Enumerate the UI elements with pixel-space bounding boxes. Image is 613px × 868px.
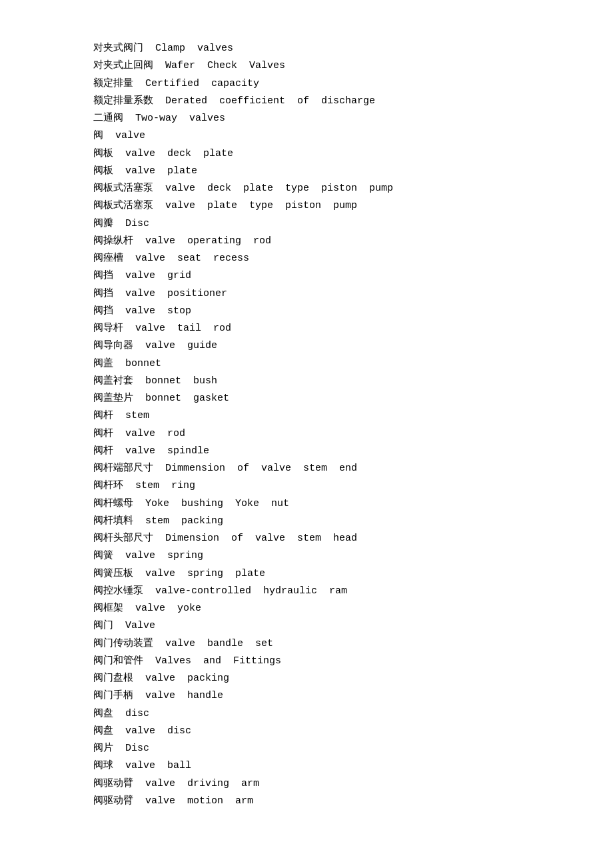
- list-item: 额定排量 Certified capacity: [93, 75, 520, 93]
- list-item: 阀 valve: [93, 127, 520, 145]
- list-item: 阀门盘根 valve packing: [93, 670, 520, 687]
- content-area: 对夹式阀门 Clamp valves对夹式止回阀 Wafer Check Val…: [93, 40, 520, 810]
- list-item: 阀盖 bonnet: [93, 355, 520, 373]
- list-item: 阀盘 valve disc: [93, 723, 520, 740]
- list-item: 阀板 valve plate: [93, 163, 520, 180]
- list-item: 阀操纵杆 valve operating rod: [93, 233, 520, 250]
- list-item: 阀杆螺母 Yoke bushing Yoke nut: [93, 495, 520, 513]
- list-item: 阀驱动臂 valve driving arm: [93, 775, 520, 793]
- list-item: 阀板式活塞泵 valve deck plate type piston pump: [93, 180, 520, 197]
- list-item: 阀杆端部尺寸 Dimmension of valve stem end: [93, 460, 520, 477]
- list-item: 阀盘 disc: [93, 705, 520, 723]
- list-item: 阀杆填料 stem packing: [93, 513, 520, 530]
- list-item: 阀杆 stem: [93, 407, 520, 425]
- list-item: 阀控水锤泵 valve-controlled hydraulic ram: [93, 583, 520, 600]
- list-item: 阀驱动臂 valve motion arm: [93, 793, 520, 810]
- list-item: 对夹式阀门 Clamp valves: [93, 40, 520, 57]
- list-item: 阀簧压板 valve spring plate: [93, 565, 520, 583]
- list-item: 阀门传动装置 valve bandle set: [93, 635, 520, 653]
- list-item: 阀挡 valve grid: [93, 267, 520, 285]
- list-item: 阀杆头部尺寸 Dimension of valve stem head: [93, 530, 520, 547]
- list-item: 阀杆 valve spindle: [93, 443, 520, 460]
- list-item: 二通阀 Two-way valves: [93, 110, 520, 127]
- list-item: 阀挡 valve positioner: [93, 285, 520, 303]
- list-item: 阀杆环 stem ring: [93, 477, 520, 495]
- list-item: 阀球 valve ball: [93, 757, 520, 775]
- list-item: 阀导向器 valve guide: [93, 337, 520, 355]
- list-item: 阀盖衬套 bonnet bush: [93, 373, 520, 390]
- list-item: 阀门和管件 Valves and Fittings: [93, 653, 520, 670]
- list-item: 阀挡 valve stop: [93, 303, 520, 320]
- list-item: 阀导杆 valve tail rod: [93, 320, 520, 337]
- list-item: 阀盖垫片 bonnet gasket: [93, 390, 520, 407]
- list-item: 阀痤槽 valve seat recess: [93, 250, 520, 267]
- list-item: 对夹式止回阀 Wafer Check Valves: [93, 57, 520, 75]
- list-item: 阀簧 valve spring: [93, 547, 520, 565]
- list-item: 阀板 valve deck plate: [93, 145, 520, 163]
- list-item: 阀板式活塞泵 valve plate type piston pump: [93, 197, 520, 215]
- list-item: 阀片 Disc: [93, 740, 520, 757]
- list-item: 阀杆 valve rod: [93, 425, 520, 443]
- list-item: 阀门手柄 valve handle: [93, 687, 520, 705]
- list-item: 阀门 Valve: [93, 617, 520, 635]
- list-item: 阀瓣 Disc: [93, 215, 520, 233]
- list-item: 阀框架 valve yoke: [93, 600, 520, 617]
- list-item: 额定排量系数 Derated coefficient of discharge: [93, 93, 520, 110]
